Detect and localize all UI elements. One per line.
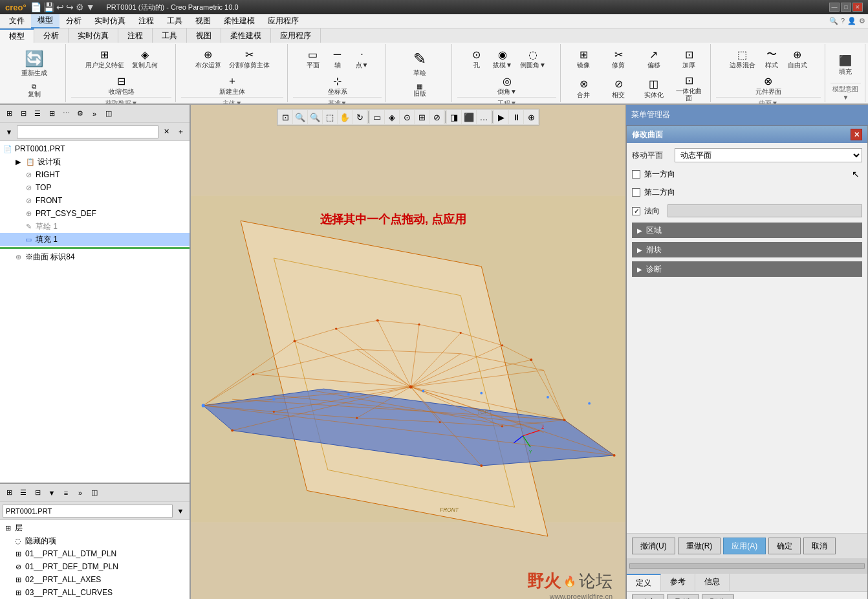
sketch-button[interactable]: ✎ 草绘 [405,45,435,80]
tree-right-item[interactable]: ⊘ RIGHT [0,168,190,181]
menu-flexible[interactable]: 柔性建模 [217,14,261,28]
tree-expand-btn[interactable]: » [88,107,101,120]
layer-tb3[interactable]: ⊟ [31,486,44,499]
maximize-button[interactable]: □ [841,3,851,12]
tree-fill1-item[interactable]: ▭ 填充 1 [0,233,190,246]
layer-curves[interactable]: ⊞ 03__PRT_ALL_CURVES [0,586,190,599]
new-subject-button[interactable]: ＋新建主体 [216,72,248,97]
axis-button[interactable]: ─轴 [326,45,349,71]
vp-view1[interactable]: ▭ [370,110,384,124]
vp-view4[interactable]: ⊞ [415,110,429,124]
help-icon[interactable]: ? [841,17,845,25]
boundary-button[interactable]: ⬚边界混合 [726,45,759,71]
tree-top-item[interactable]: ⊘ TOP [0,181,190,194]
ribbon-tab-tools[interactable]: 工具 [153,28,187,43]
boolean-button[interactable]: ⊕布尔运算 [192,45,224,71]
tree-icon2[interactable]: ⊟ [17,107,30,120]
tree-settings-btn[interactable]: ⚙ [74,107,87,120]
undo-icon[interactable]: ↩ [56,2,64,12]
tree-csys-item[interactable]: ⊕ PRT_CSYS_DEF [0,207,190,220]
more-icon[interactable]: ▼ [86,2,95,12]
menu-apps[interactable]: 应用程序 [261,14,305,28]
ribbon-tab-model[interactable]: 模型 [0,28,34,43]
vp-play[interactable]: ▶ [494,110,508,124]
tree-design-item[interactable]: ▶ 📋 设计项 [0,155,190,168]
vp-wireframe[interactable]: ⬛ [462,110,476,124]
sub-preview-button[interactable]: 预览 [702,594,734,599]
save-icon[interactable]: 💾 [43,2,54,12]
merge-button[interactable]: ⊗合并 [566,75,600,100]
layer-tb4[interactable]: ▼ [45,486,58,499]
profile-icon[interactable]: 👤 [847,17,856,25]
new-icon[interactable]: 📄 [30,2,41,12]
layer-tb1[interactable]: ⊞ [3,486,16,499]
ribbon-tab-view[interactable]: 视图 [187,28,221,43]
settings2-icon[interactable]: ⚙ [859,17,865,25]
offset-button[interactable]: ↗偏移 [636,45,671,71]
sub-tab-info[interactable]: 信息 [695,574,730,591]
tree-search-clear[interactable]: ✕ [160,125,173,138]
paste-button[interactable]: ⎘粘贴▼ [21,100,47,103]
menu-simulation[interactable]: 实时仿真 [88,14,132,28]
vp-more[interactable]: … [477,110,491,124]
vp-zoom-in[interactable]: 🔍 [293,110,307,124]
unify-button[interactable]: ⊡一体化曲面 [671,71,706,103]
scroll-bar[interactable] [629,563,865,569]
vp-extra[interactable]: ⊕ [524,110,538,124]
tree-list-btn[interactable]: ☰ [31,107,44,120]
vp-pause[interactable]: ⏸ [509,110,523,124]
region-section-header[interactable]: ▶ 区域 [632,223,862,238]
hole-button[interactable]: ⊙孔 [465,45,488,71]
tree-grid-btn[interactable]: ⊞ [45,107,58,120]
ribbon-tab-flexible[interactable]: 柔性建模 [221,28,271,43]
close-button[interactable]: ✕ [852,3,863,12]
tree-search-input[interactable] [20,128,155,136]
tree-add-btn[interactable]: ＋ [174,125,187,138]
direction2-checkbox[interactable] [632,188,640,197]
layer-search-input[interactable] [6,507,169,515]
dialog-close-button[interactable]: ✕ [851,129,862,140]
intersect-button[interactable]: ⊘相交 [602,75,636,100]
menu-annotation[interactable]: 注程 [132,14,160,28]
sub-tab-define[interactable]: 定义 [627,574,661,591]
plane-button[interactable]: ▭平面 [301,45,325,71]
layer-root[interactable]: ⊞ 层 [0,521,190,534]
freestyle-button[interactable]: ⊕自由式 [785,45,810,71]
vp-zoom-fit[interactable]: ⊡ [278,110,292,124]
layer-tb2[interactable]: ☰ [17,486,30,499]
ok-button[interactable]: 确定 [768,538,801,554]
tree-sketch1-item[interactable]: ✎ 草绘 1 [0,220,190,233]
viewport[interactable]: Z Y TOP FRONT ⊡ 🔍 🔍 ⬚ ✋ ↻ ▭ ◈ ⊙ ⊞ ⊘ ◨ ⬛ [191,105,625,599]
layer-dtm-pln[interactable]: ⊞ 01__PRT_ALL_DTM_PLN [0,547,190,560]
diagnosis-section-header[interactable]: ▶ 诊断 [632,261,862,277]
ribbon-tab-analysis[interactable]: 分析 [34,28,69,43]
ribbon-tab-simulation[interactable]: 实时仿真 [69,28,118,43]
normal-checkbox[interactable]: ✓ [632,207,640,215]
apply-button[interactable]: 应用(A) [723,538,766,554]
old-button[interactable]: ▦旧版 [404,81,436,99]
component-button[interactable]: ⊗元件界面 [752,72,785,97]
fill-button[interactable]: ⬛填充 [834,52,857,77]
tree-more-btn[interactable]: ⋯ [60,107,72,120]
vp-rotate[interactable]: ↻ [353,110,367,124]
mirror-button[interactable]: ⊞镜像 [566,45,600,71]
vp-view2[interactable]: ◈ [385,110,399,124]
move-plane-select[interactable]: 动态平面 [675,148,862,162]
settings-icon[interactable]: ⚙ [76,2,84,12]
copy-button[interactable]: ⧉复制 [21,81,47,100]
copy-geo-button[interactable]: ◈复制几何 [129,45,161,71]
ui-search-icon[interactable]: 🔍 [829,17,838,25]
chamfer-button[interactable]: ◎倒角▼ [494,72,520,97]
direction1-checkbox[interactable] [632,170,640,179]
slider-section-header[interactable]: ▶ 滑块 [632,242,862,257]
csys-button[interactable]: ⊹坐标系 [325,72,351,97]
extrude-button[interactable]: ⟵拉伸 [404,100,436,103]
sub-ok-button[interactable]: 确定 [632,594,664,599]
menu-view[interactable]: 视图 [189,14,217,28]
menu-file[interactable]: 文件 [3,14,31,28]
menu-model[interactable]: 模型 [31,14,60,28]
sub-tab-reference[interactable]: 参考 [661,574,695,591]
user-feature-button[interactable]: ⊞用户定义特征 [82,45,127,71]
layer-def-dtm[interactable]: ⊘ 01__PRT_DEF_DTM_PLN [0,560,190,573]
sub-cancel-button[interactable]: 取消 [667,594,699,599]
